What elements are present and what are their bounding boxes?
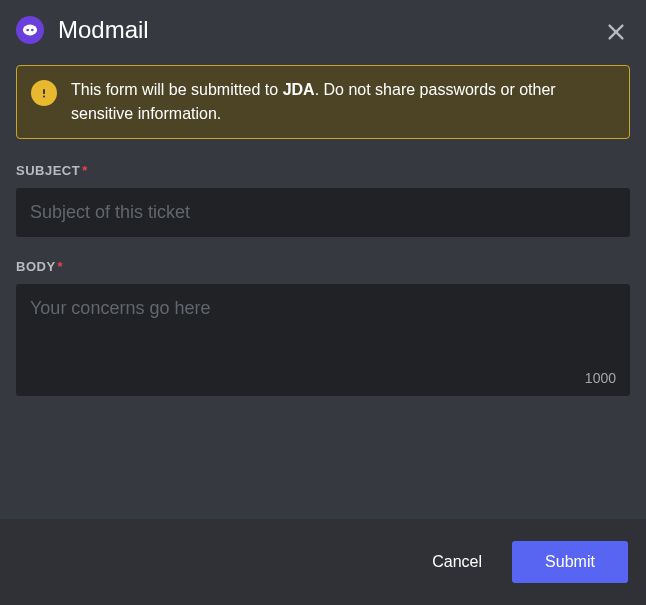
close-icon <box>605 21 627 43</box>
svg-point-1 <box>26 29 29 32</box>
modal-content: This form will be submitted to JDA. Do n… <box>0 65 646 519</box>
subject-label: Subject* <box>16 163 630 178</box>
svg-point-4 <box>43 95 45 97</box>
warning-icon <box>31 80 57 106</box>
body-textarea[interactable] <box>16 284 630 396</box>
modal-header: Modmail <box>0 0 646 65</box>
close-button[interactable] <box>602 18 630 46</box>
body-label: Body* <box>16 259 630 274</box>
modal-title: Modmail <box>58 16 149 45</box>
required-indicator: * <box>82 163 88 178</box>
submit-button[interactable]: Submit <box>512 541 628 583</box>
subject-field-group: Subject* <box>16 163 630 237</box>
warning-text: This form will be submitted to JDA. Do n… <box>71 78 615 126</box>
required-indicator: * <box>58 259 64 274</box>
modal-footer: Cancel Submit <box>0 519 646 605</box>
cancel-button[interactable]: Cancel <box>410 541 504 583</box>
body-field-group: Body* 1000 <box>16 259 630 396</box>
subject-input[interactable] <box>16 188 630 237</box>
app-icon <box>16 16 44 44</box>
svg-point-0 <box>23 25 37 36</box>
warning-banner: This form will be submitted to JDA. Do n… <box>16 65 630 139</box>
char-counter: 1000 <box>585 370 616 386</box>
svg-rect-3 <box>43 89 45 94</box>
body-textarea-wrap: 1000 <box>16 284 630 396</box>
svg-point-2 <box>31 29 34 32</box>
modmail-modal: Modmail This form will be submitted to J… <box>0 0 646 605</box>
